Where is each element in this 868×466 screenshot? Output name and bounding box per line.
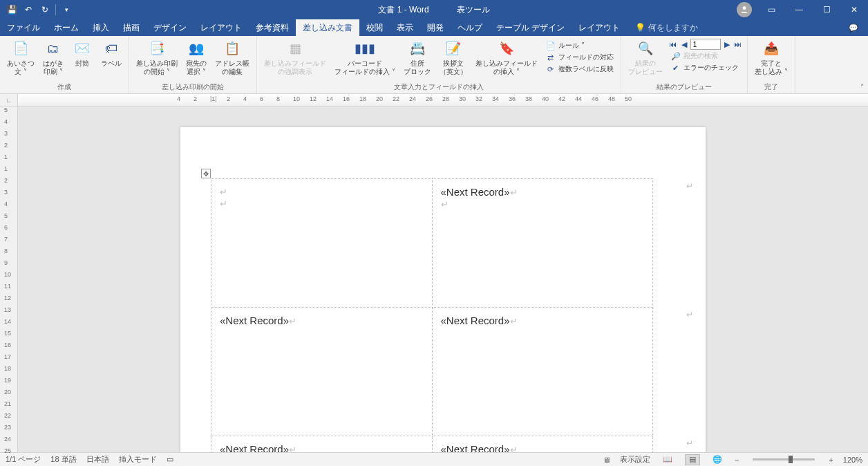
preview-results-button[interactable]: 🔍結果の プレビュー xyxy=(625,37,666,77)
minimize-button[interactable]: ― xyxy=(785,0,813,19)
paragraph-mark: ↵ xyxy=(686,310,693,319)
insert-field-button[interactable]: 🔖差し込みフィールド の挿入 ˅ xyxy=(473,37,540,77)
tab-draw[interactable]: 描画 xyxy=(116,19,147,36)
next-record-field: «Next Record» xyxy=(441,443,510,452)
title-bar: 💾 ↶ ↻ ▾ 文書 1 - Word 表ツール ▭ ― ☐ ✕ xyxy=(0,0,868,19)
recipients-icon: 👥 xyxy=(187,39,206,58)
table-move-handle[interactable]: ✥ xyxy=(201,169,211,178)
label-cell[interactable]: «Next Record»↵↵ xyxy=(432,179,653,308)
address-block-button[interactable]: 📇住所 ブロック xyxy=(401,37,434,77)
window-title: 文書 1 - Word 表ツール xyxy=(378,4,489,16)
view-web-layout[interactable]: 🌐 xyxy=(710,454,725,465)
match-fields-button[interactable]: ⇄フィールドの対応 xyxy=(543,52,616,63)
barcode-icon: ▮▮▮ xyxy=(355,39,375,58)
find-recipient-button[interactable]: 🔎宛先の検索 xyxy=(668,50,743,62)
tab-layout[interactable]: レイアウト xyxy=(194,19,249,36)
group-preview: 🔍結果の プレビュー ⏮ ◀ ▶ ⏭ 🔎宛先の検索 ✔エラーのチェック 結果のプ… xyxy=(621,36,748,93)
tab-references[interactable]: 参考資料 xyxy=(249,19,296,36)
tab-insert[interactable]: 挿入 xyxy=(86,19,116,36)
label-cell[interactable]: ↵↵ xyxy=(211,179,433,308)
postcard-button[interactable]: 🗂はがき 印刷 ˅ xyxy=(40,37,66,77)
label-cell[interactable]: «Next Record»↵ xyxy=(432,436,653,453)
paragraph-mark: ↵ xyxy=(289,316,296,326)
tab-developer[interactable]: 開発 xyxy=(420,19,451,36)
zoom-thumb[interactable] xyxy=(789,456,793,463)
view-print-layout[interactable]: ▤ xyxy=(685,454,700,465)
status-display-settings[interactable]: 表示設定 xyxy=(620,454,650,465)
workspace: 5432112345678910111213141516171819202122… xyxy=(0,106,868,452)
page[interactable]: ✥ ↵ ↵ ↵ ↵↵ «Next Record»↵↵ «Next Record»… xyxy=(180,127,706,452)
envelope-icon: ✉️ xyxy=(73,39,92,58)
first-record-button[interactable]: ⏮ xyxy=(668,39,678,50)
tab-home[interactable]: ホーム xyxy=(47,19,86,36)
start-merge-button[interactable]: 📑差し込み印刷 の開始 ˅ xyxy=(133,37,180,77)
tab-view[interactable]: 表示 xyxy=(390,19,420,36)
label-button[interactable]: 🏷ラベル xyxy=(98,37,124,69)
zoom-level[interactable]: 120% xyxy=(843,456,862,464)
last-record-button[interactable]: ⏭ xyxy=(733,39,743,50)
label-cell[interactable]: «Next Record»↵ xyxy=(432,308,653,436)
group-create: 📄あいさつ 文 ˅ 🗂はがき 印刷 ˅ ✉️封筒 🏷ラベル 作成 xyxy=(0,36,129,93)
ribbon-display-options[interactable]: ▭ xyxy=(757,0,785,19)
status-page[interactable]: 1/1 ページ xyxy=(6,454,41,465)
paragraph-mark: ↵ xyxy=(220,187,227,197)
envelope-button[interactable]: ✉️封筒 xyxy=(69,37,95,69)
title-right: ▭ ― ☐ ✕ xyxy=(737,0,868,19)
maximize-button[interactable]: ☐ xyxy=(813,0,840,19)
greeting-button[interactable]: 📄あいさつ 文 ˅ xyxy=(4,37,37,77)
tab-file[interactable]: ファイル xyxy=(0,19,47,36)
tab-design[interactable]: デザイン xyxy=(147,19,194,36)
group-write-label: 文章入力とフィールドの挿入 xyxy=(261,81,616,93)
finish-merge-button[interactable]: 📤完了と 差し込み ˅ xyxy=(752,37,791,77)
status-mode[interactable]: 挿入モード xyxy=(119,454,157,465)
redo-button[interactable]: ↻ xyxy=(37,2,53,17)
tab-table-layout[interactable]: レイアウト xyxy=(572,19,627,36)
share-button[interactable]: 💬 xyxy=(839,19,868,36)
label-table[interactable]: ↵↵ «Next Record»↵↵ «Next Record»↵ «Next … xyxy=(211,178,653,452)
user-avatar[interactable] xyxy=(737,2,752,17)
tab-review[interactable]: 校閲 xyxy=(359,19,390,36)
lightbulb-icon: 💡 xyxy=(635,23,645,32)
status-words[interactable]: 18 単語 xyxy=(50,454,76,465)
document-canvas[interactable]: ✥ ↵ ↵ ↵ ↵↵ «Next Record»↵↵ «Next Record»… xyxy=(18,106,868,452)
close-button[interactable]: ✕ xyxy=(840,0,868,19)
ruler-corner[interactable]: ∟ xyxy=(0,94,18,106)
next-record-button[interactable]: ▶ xyxy=(722,39,732,50)
next-record-field: «Next Record» xyxy=(441,315,510,326)
view-read-mode[interactable]: 📖 xyxy=(660,454,675,465)
zoom-out-button[interactable]: − xyxy=(735,456,739,464)
tab-table-design[interactable]: テーブル デザイン xyxy=(489,19,572,36)
prev-record-button[interactable]: ◀ xyxy=(679,39,689,50)
undo-button[interactable]: ↶ xyxy=(21,2,36,17)
match-icon: ⇄ xyxy=(546,53,556,62)
greeting-icon: 📄 xyxy=(11,39,30,58)
edit-recipients-button[interactable]: 📋アドレス帳 の編集 xyxy=(212,37,252,77)
vertical-ruler[interactable]: 5432112345678910111213141516171819202122… xyxy=(0,106,18,452)
zoom-slider[interactable] xyxy=(753,458,815,460)
highlight-fields-button[interactable]: ▦差し込みフィールド の強調表示 xyxy=(261,37,329,77)
paragraph-mark: ↵ xyxy=(686,181,693,191)
display-settings-icon[interactable]: 🖥 xyxy=(603,456,610,464)
paragraph-mark: ↵ xyxy=(289,445,296,452)
group-finish-label: 完了 xyxy=(752,81,791,93)
qat-customize[interactable]: ▾ xyxy=(59,2,74,17)
label-cell[interactable]: «Next Record»↵ xyxy=(211,436,433,453)
tell-me-search[interactable]: 💡 何をしますか xyxy=(635,19,698,36)
record-number-input[interactable] xyxy=(690,39,721,50)
save-button[interactable]: 💾 xyxy=(4,2,19,17)
rules-button[interactable]: 📄ルール ˅ xyxy=(543,40,616,51)
tab-mailings[interactable]: 差し込み文書 xyxy=(296,19,359,36)
label-cell[interactable]: «Next Record»↵ xyxy=(211,308,433,436)
update-labels-button[interactable]: ⟳複数ラベルに反映 xyxy=(543,64,616,75)
horizontal-ruler[interactable]: 42|1|24681012141618202224262830323436384… xyxy=(18,94,868,106)
barcode-button[interactable]: ▮▮▮バーコード フィールドの挿入 ˅ xyxy=(332,37,398,77)
finish-icon: 📤 xyxy=(762,39,781,58)
status-lang[interactable]: 日本語 xyxy=(86,454,109,465)
status-rec-icon[interactable]: ▭ xyxy=(167,455,173,464)
zoom-in-button[interactable]: + xyxy=(829,456,833,464)
check-errors-button[interactable]: ✔エラーのチェック xyxy=(668,62,743,73)
select-recipients-button[interactable]: 👥宛先の 選択 ˅ xyxy=(183,37,209,77)
collapse-ribbon-button[interactable]: ˄ xyxy=(860,83,864,91)
tab-help[interactable]: ヘルプ xyxy=(451,19,489,36)
greeting-line-button[interactable]: 📝挨拶文 （英文） xyxy=(437,37,470,77)
